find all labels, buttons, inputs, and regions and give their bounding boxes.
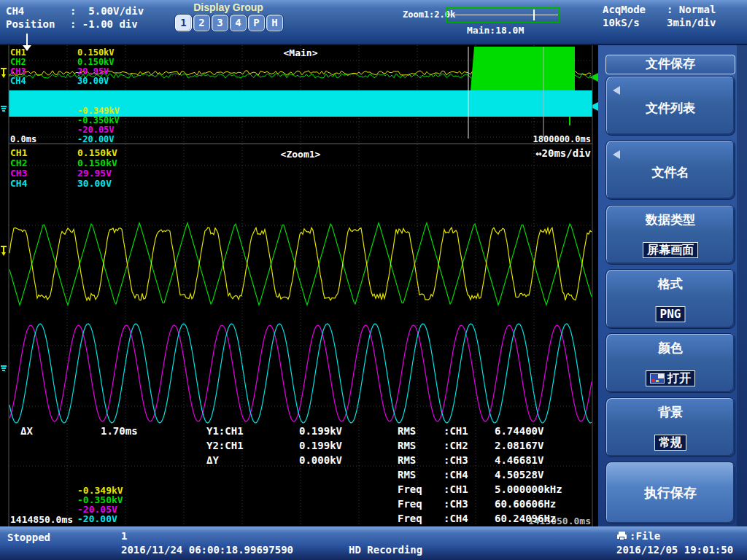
menu-button-label: 执行保存: [606, 484, 735, 502]
zoom-ch2-label: CH2: [10, 158, 27, 168]
acquisition-readout: AcqMode: Normal 10kS/s3min/div: [603, 3, 646, 29]
menu-button-label: 颜色: [606, 340, 735, 357]
stat-value: 4.50528V: [495, 470, 543, 480]
main-trigger-level-marker: [1, 74, 6, 78]
zoom-ch4-label: CH4: [10, 179, 27, 188]
menu-button-data-type[interactable]: 数据类型 屏幕画面: [605, 205, 735, 265]
oscilloscope-screen: CH4: 5.00V/div Position: -1.00 div Displ…: [0, 0, 747, 560]
menu-button-color[interactable]: 颜色 打开: [605, 333, 735, 393]
recording-mode: HD Recording: [349, 544, 422, 556]
zoom-ch4-value: 30.00V: [77, 179, 112, 188]
stat-value: 2.08167V: [495, 440, 543, 451]
channel-name: CH4: [6, 5, 24, 17]
delta-y-label: ΔY: [206, 455, 219, 465]
soft-menu-panel: 文件保存 文件列表 文件名 数据类型 屏幕画面 格式 PNG 颜色: [598, 45, 747, 526]
menu-button-file-list[interactable]: 文件列表: [605, 76, 735, 136]
menu-button-label: 格式: [606, 276, 735, 292]
sample-rate: 10kS/s: [603, 17, 640, 28]
stat-value: 6.74400V: [495, 426, 543, 436]
current-datetime: 2016/12/05 19:01:50: [616, 544, 733, 556]
status-bar: Stopped 1 2016/11/24 06:00:18.99697590 H…: [0, 526, 747, 560]
cursor-y2-label: Y2:CH1: [206, 440, 244, 451]
trigger-position-stem: [26, 34, 28, 45]
cursor-y2-value: 0.199kV: [299, 440, 342, 451]
zoom-trigger-level-marker: [1, 252, 6, 256]
time-per-div: 3min/div: [667, 16, 716, 29]
main-record-length: Main:18.0M: [467, 25, 524, 36]
stat-value: 4.46681V: [495, 455, 543, 465]
position-label: Position: [6, 18, 55, 30]
cursor-y1-label: Y1:CH1: [206, 426, 244, 436]
main-ch4-label: CH4: [10, 77, 26, 86]
stat-ch: :CH4: [444, 513, 468, 524]
acquisition-status: Stopped: [7, 532, 50, 543]
zoom-ch3-value: 29.95V: [77, 168, 112, 178]
record-start-time: 2016/11/24 06:00:18.99697590: [121, 544, 293, 556]
delta-x-value: 1.70ms: [101, 426, 138, 436]
zoom-bar-marker[interactable]: [533, 9, 535, 20]
zoom-ch1-value: 0.150kV: [77, 148, 117, 158]
zoom-time-scale: ↔20ms/div: [535, 148, 591, 158]
zoom-ch3-label: CH3: [10, 168, 27, 178]
main-ch2-level-marker: [589, 73, 598, 82]
stat-func: RMS: [398, 426, 416, 436]
menu-button-value: 打开: [646, 370, 695, 386]
color-image-icon: [650, 373, 665, 384]
menu-button-format[interactable]: 格式 PNG: [605, 269, 735, 329]
display-group-label: Display Group: [174, 1, 283, 13]
menu-button-background[interactable]: 背景 常规: [605, 397, 735, 457]
zoom-bar-track: [448, 15, 558, 15]
position-value: : -1.00 div: [70, 18, 138, 31]
main-time-end: 1800000.0ms: [533, 135, 591, 144]
stat-func: Freq: [398, 484, 422, 494]
display-group-button-4[interactable]: 4: [230, 15, 247, 31]
display-group: Display Group 1234PH: [174, 1, 285, 31]
channel-readout: CH4: 5.00V/div Position: -1.00 div: [6, 4, 55, 31]
display-group-button-2[interactable]: 2: [193, 15, 210, 31]
zoom-ch2-value: 0.150kV: [77, 158, 117, 168]
stat-ch: :CH3: [444, 455, 468, 465]
menu-button-execute-save[interactable]: 执行保存: [605, 462, 735, 524]
stat-ch: :CH1: [444, 484, 468, 494]
stat-value: 5.000000kHz: [495, 484, 562, 494]
main-low4-value: -20.00V: [77, 135, 115, 144]
zoom-ch1-label: CH1: [10, 148, 27, 158]
menu-button-label: 文件列表: [606, 100, 735, 117]
display-group-button-p[interactable]: P: [248, 15, 265, 31]
acq-mode-label: AcqMode: [603, 4, 646, 15]
menu-button-label: 背景: [606, 404, 735, 421]
menu-button-value: 常规: [654, 435, 686, 451]
stat-ch: :CH1: [444, 426, 468, 436]
menu-title: 文件保存: [605, 55, 735, 74]
cursor-y1-value: 0.199kV: [299, 426, 342, 436]
display-group-button-h[interactable]: H: [266, 15, 283, 31]
acq-mode-value: : Normal: [667, 3, 716, 16]
stat-ch: :CH4: [444, 470, 468, 480]
stat-func: RMS: [398, 455, 416, 465]
menu-panel-edge: [737, 45, 747, 526]
main-ch4-value: 30.00V: [77, 77, 109, 86]
zoom-time-start: 1414850.0ms: [10, 515, 73, 524]
menu-button-label: 文件名: [606, 164, 735, 181]
stat-ch: :CH3: [444, 499, 468, 509]
top-header-bar: CH4: 5.00V/div Position: -1.00 div Displ…: [0, 0, 747, 45]
file-output-icon: [616, 531, 627, 540]
menu-color-state: 打开: [667, 372, 691, 384]
waveform-display-area: <Main> CH1 0.150kV CH2 0.150kV CH3 29.95…: [0, 45, 598, 526]
left-arrow-icon: [613, 150, 620, 159]
stat-ch: :CH2: [444, 440, 468, 451]
main-time-start: 0.0ms: [10, 135, 36, 144]
display-group-button-1[interactable]: 1: [175, 15, 192, 31]
stat-value: 60.60606Hz: [495, 499, 556, 509]
menu-button-file-name[interactable]: 文件名: [605, 140, 735, 200]
zoom-position-bar[interactable]: [446, 7, 560, 23]
zoom-low4-value: -20.00V: [77, 514, 117, 524]
menu-button-label: 数据类型: [606, 211, 735, 228]
left-arrow-icon: [613, 86, 620, 95]
acquisition-count: 1: [121, 530, 127, 542]
delta-x-label: ΔX: [20, 426, 33, 436]
stat-func: RMS: [398, 440, 416, 451]
display-group-button-3[interactable]: 3: [212, 15, 228, 31]
menu-button-value: 屏幕画面: [643, 242, 698, 258]
stat-func: RMS: [398, 470, 416, 480]
